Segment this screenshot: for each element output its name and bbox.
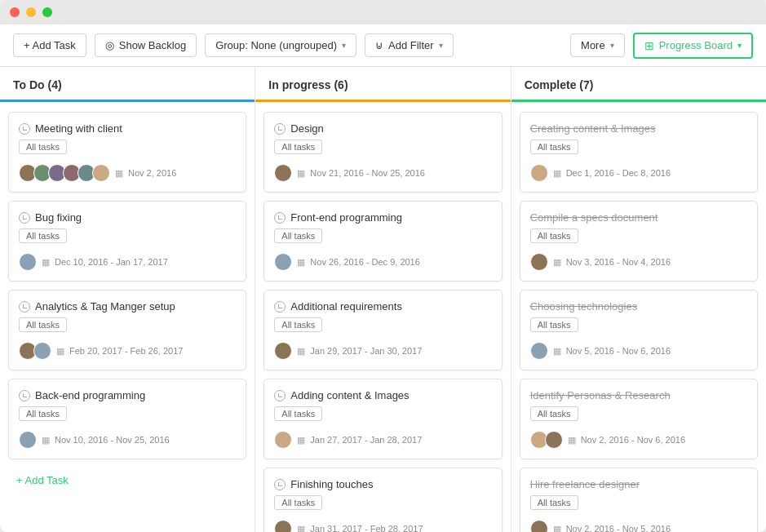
- all-tasks-button[interactable]: All tasks: [274, 317, 322, 332]
- card-footer: ▦ Jan 31, 2017 - Feb 28, 2017: [274, 520, 491, 532]
- calendar-icon: ▦: [297, 346, 305, 357]
- date-text: Nov 2, 2016: [128, 168, 176, 178]
- progress-board-button[interactable]: ⊞ Progress Board ▾: [633, 33, 753, 59]
- all-tasks-button[interactable]: All tasks: [19, 140, 67, 154]
- add-task-link[interactable]: + Add Task: [8, 468, 246, 493]
- progress-board-label: Progress Board: [659, 39, 733, 51]
- clock-icon: [274, 123, 286, 135]
- all-tasks-button[interactable]: All tasks: [530, 228, 578, 243]
- card-adding-content: Adding content & Images All tasks ▦ Jan …: [263, 379, 502, 459]
- card-title-text: Compile a specs document: [530, 211, 658, 224]
- card-title-text: Finishing touches: [290, 478, 373, 490]
- card-footer: ▦ Nov 10, 2016 - Nov 25, 2016: [19, 431, 236, 449]
- add-filter-button[interactable]: ⊍ Add Filter ▾: [365, 33, 454, 57]
- card-creating-content: Creating content & Images All tasks ▦ De…: [520, 112, 758, 193]
- calendar-icon: ▦: [568, 435, 576, 446]
- all-tasks-button[interactable]: All tasks: [530, 140, 578, 154]
- card-footer: ▦ Nov 2, 2016 - Nov 6, 2016: [530, 431, 747, 449]
- date-text: Dec 1, 2016 - Dec 8, 2016: [566, 168, 671, 178]
- maximize-button[interactable]: [42, 7, 52, 17]
- card-freelance: Hire freelance designer All tasks ▦ Nov …: [520, 468, 758, 532]
- avatar: [33, 342, 51, 360]
- card-title-text: Meeting with client: [35, 122, 122, 135]
- clock-icon: [274, 479, 286, 490]
- card-title: Meeting with client: [19, 122, 236, 135]
- card-title: Hire freelance designer: [530, 478, 747, 490]
- date-text: Nov 26, 2016 - Dec 9, 2016: [310, 257, 420, 267]
- avatar: [92, 164, 110, 182]
- card-title: Back-end programming: [19, 389, 236, 401]
- column-inprogress-title: In progress (6): [268, 78, 348, 91]
- card-footer: ▦ Nov 5, 2016 - Nov 6, 2016: [530, 342, 747, 360]
- column-todo: To Do (4) Meeting with client All tasks: [0, 67, 255, 532]
- avatars: [530, 431, 563, 449]
- avatar: [274, 520, 292, 532]
- clock-icon: [19, 390, 30, 401]
- card-frontend: Front-end programming All tasks ▦ Nov 26…: [263, 201, 502, 282]
- card-title-text: Identify Personas & Research: [530, 389, 671, 401]
- all-tasks-button[interactable]: All tasks: [530, 317, 578, 332]
- all-tasks-button[interactable]: All tasks: [274, 140, 322, 154]
- all-tasks-button[interactable]: All tasks: [274, 495, 322, 510]
- titlebar: [0, 0, 766, 24]
- close-button[interactable]: [10, 7, 20, 17]
- group-button[interactable]: Group: None (ungrouped) ▾: [205, 33, 356, 57]
- card-title: Bug fixing: [19, 211, 236, 224]
- card-title-text: Back-end programming: [35, 389, 145, 401]
- avatars: [19, 431, 37, 449]
- more-label: More: [581, 39, 605, 51]
- calendar-icon: ▦: [297, 257, 305, 268]
- card-footer: ▦ Feb 20, 2017 - Feb 26, 2017: [19, 342, 236, 360]
- date-text: Nov 10, 2016 - Nov 25, 2016: [55, 435, 170, 445]
- all-tasks-button[interactable]: All tasks: [274, 406, 322, 421]
- card-specs: Compile a specs document All tasks ▦ Nov…: [520, 201, 758, 282]
- card-title: Front-end programming: [274, 211, 491, 224]
- date-text: Jan 29, 2017 - Jan 30, 2017: [310, 346, 422, 356]
- toolbar-right: More ▾ ⊞ Progress Board ▾: [570, 33, 753, 59]
- all-tasks-button[interactable]: All tasks: [19, 406, 67, 421]
- group-label: Group: None (ungrouped): [215, 39, 337, 51]
- card-footer: ▦ Nov 3, 2016 - Nov 4, 2016: [530, 253, 747, 271]
- card-title-text: Analytics & Tag Manger setup: [35, 300, 175, 313]
- card-title-text: Choosing technologies: [530, 300, 638, 313]
- minimize-button[interactable]: [26, 7, 36, 17]
- date-text: Jan 27, 2017 - Jan 28, 2017: [310, 435, 422, 445]
- avatars: [274, 431, 292, 449]
- all-tasks-button[interactable]: All tasks: [530, 495, 578, 510]
- clock-icon: [274, 301, 286, 313]
- card-design: Design All tasks ▦ Nov 21, 2016 - Nov 25…: [263, 112, 502, 193]
- date-text: Feb 20, 2017 - Feb 26, 2017: [69, 346, 183, 356]
- all-tasks-button[interactable]: All tasks: [19, 317, 67, 332]
- all-tasks-button[interactable]: All tasks: [530, 406, 578, 421]
- calendar-icon: ▦: [297, 168, 305, 179]
- column-inprogress-header: In progress (6): [255, 67, 510, 102]
- calendar-icon: ▦: [553, 168, 561, 179]
- card-title-text: Bug fixing: [35, 211, 82, 224]
- avatars: [530, 520, 548, 532]
- avatar: [19, 253, 37, 271]
- card-title: Choosing technologies: [530, 300, 747, 313]
- add-task-button[interactable]: + Add Task: [13, 33, 86, 57]
- all-tasks-button[interactable]: All tasks: [19, 228, 67, 243]
- avatar: [274, 431, 292, 449]
- calendar-icon: ▦: [56, 346, 64, 357]
- calendar-icon: ▦: [42, 257, 50, 268]
- more-button[interactable]: More ▾: [570, 33, 625, 57]
- show-backlog-button[interactable]: ◎ Show Backlog: [95, 33, 197, 57]
- card-title: Adding content & Images: [274, 389, 491, 401]
- card-footer: ▦ Dec 10, 2016 - Jan 17, 2017: [19, 253, 236, 271]
- card-footer: ▦ Jan 27, 2017 - Jan 28, 2017: [274, 431, 491, 449]
- all-tasks-button[interactable]: All tasks: [274, 228, 322, 243]
- column-complete: Complete (7) Creating content & Images A…: [511, 67, 766, 532]
- board-area: To Do (4) Meeting with client All tasks: [0, 67, 766, 532]
- column-todo-body: Meeting with client All tasks ▦: [0, 102, 255, 532]
- avatar: [530, 253, 548, 271]
- card-backend: Back-end programming All tasks ▦ Nov 10,…: [8, 379, 246, 459]
- date-text: Nov 2, 2016 - Nov 6, 2016: [581, 435, 685, 445]
- clock-icon: [19, 123, 30, 135]
- date-text: Jan 31, 2017 - Feb 28, 2017: [310, 524, 423, 532]
- date-text: Nov 21, 2016 - Nov 25, 2016: [310, 168, 425, 178]
- column-complete-title: Complete (7): [525, 78, 594, 91]
- card-analytics: Analytics & Tag Manger setup All tasks ▦…: [8, 290, 246, 370]
- date-text: Nov 3, 2016 - Nov 4, 2016: [566, 257, 671, 267]
